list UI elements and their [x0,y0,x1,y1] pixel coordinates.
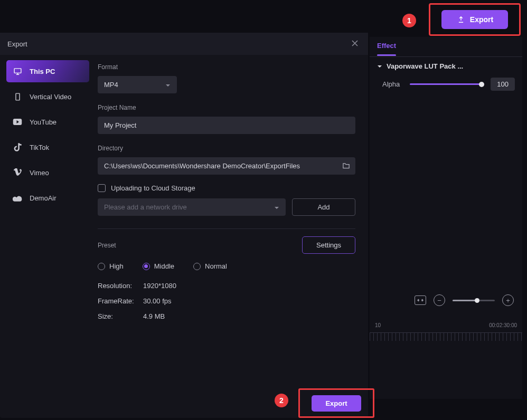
close-button[interactable] [349,38,361,50]
fit-icon[interactable] [415,295,426,305]
divider [98,228,355,229]
sidebar-item-label: Vertical Video [30,93,71,101]
vimeo-icon [13,168,22,177]
radio-icon [98,263,105,270]
youtube-icon [13,117,22,127]
zoom-slider[interactable] [453,300,495,301]
preset-label: Preset [98,242,116,249]
export-sidebar: This PC Vertical Video YouTube TikTok Vi… [0,55,92,418]
project-name-input[interactable] [98,117,355,134]
radio-label: Normal [205,262,227,270]
close-icon [352,40,358,46]
alpha-value[interactable]: 100 [491,78,515,91]
settings-button[interactable]: Settings [302,236,355,254]
top-export-highlight: Export [429,3,521,36]
effect-section-title: Vaporwave LUT Pack ... [387,62,463,70]
sidebar-item-vertical-video[interactable]: Vertical Video [6,85,89,108]
preset-high[interactable]: High [98,262,124,270]
upload-cloud-row: Uploading to Cloud Storage [98,184,355,192]
zoom-in-icon[interactable]: + [502,294,514,306]
top-export-label: Export [470,15,493,24]
bottom-export-highlight: Export [298,388,374,418]
sidebar-item-tiktok[interactable]: TikTok [6,136,89,158]
sidebar-item-label: YouTube [30,118,57,126]
sidebar-item-youtube[interactable]: YouTube [6,111,89,133]
timeline-ticks [370,332,522,341]
modal-title: Export [7,40,27,48]
tab-effect[interactable]: Effect [377,42,396,52]
radio-icon [193,263,201,270]
sidebar-item-vimeo[interactable]: Vimeo [6,161,89,184]
chevron-down-icon [274,203,279,211]
upload-cloud-label: Uploading to Cloud Storage [111,184,195,192]
preset-radio-group: High Middle Normal [98,262,355,270]
size-label: Size: [98,312,143,320]
radio-label: High [109,262,124,270]
timeline-controls: − + [370,289,522,311]
directory-input[interactable] [98,157,355,175]
zoom-out-icon[interactable]: − [434,294,445,306]
tiktok-icon [13,142,22,152]
timeline-ruler: 10 00:02:30:00 [370,320,522,330]
alpha-track [410,83,484,85]
svg-rect-1 [15,93,19,100]
radio-label: Middle [154,262,174,270]
cloud-icon [13,193,22,203]
radio-icon [143,263,150,270]
effect-panel: Effect Vaporwave LUT Pack ... Alpha 100 [370,37,522,399]
modal-body: This PC Vertical Video YouTube TikTok Vi… [0,55,368,418]
format-select[interactable]: MP4 [98,76,177,93]
chevron-down-icon [377,64,382,69]
alpha-thumb[interactable] [479,82,484,87]
bottom-export-button[interactable]: Export [312,395,361,412]
directory-label: Directory [98,145,355,152]
alpha-slider[interactable] [410,81,484,88]
drive-placeholder: Please add a network drive [104,203,187,211]
phone-icon [13,92,22,101]
spec-grid: Resolution: 1920*1080 FrameRate: 30.00 f… [98,282,355,320]
format-value: MP4 [104,81,118,89]
sidebar-item-demoair[interactable]: DemoAir [6,187,89,209]
resolution-value: 1920*1080 [143,282,355,290]
top-export-button[interactable]: Export [441,10,508,29]
project-name-label: Project Name [98,104,355,111]
preset-middle[interactable]: Middle [143,262,174,270]
sidebar-item-label: Vimeo [30,169,49,177]
framerate-label: FrameRate: [98,297,143,305]
alpha-label: Alpha [382,80,403,88]
format-label: Format [98,63,355,71]
alpha-control-row: Alpha 100 [377,78,515,91]
resolution-label: Resolution: [98,282,143,290]
export-main: Format MP4 Project Name Directory Upload… [92,55,368,418]
add-drive-button[interactable]: Add [292,198,355,216]
folder-icon[interactable] [342,161,350,171]
chevron-down-icon [165,81,171,89]
sidebar-item-label: DemoAir [30,194,57,202]
framerate-value: 30.00 fps [143,297,355,305]
effect-section-header[interactable]: Vaporwave LUT Pack ... [377,62,515,70]
ruler-right: 00:02:30:00 [489,322,517,328]
network-drive-select[interactable]: Please add a network drive [98,198,286,216]
effect-body: Vaporwave LUT Pack ... Alpha 100 [370,57,522,96]
export-modal: Export This PC Vertical Video YouTube Ti… [0,33,368,418]
effect-tab-row: Effect [370,37,522,57]
monitor-icon [13,66,22,76]
callout-badge-1: 1 [402,14,416,27]
sidebar-item-label: TikTok [30,144,49,151]
upload-cloud-checkbox[interactable] [98,184,106,192]
ruler-left: 10 [375,322,381,328]
sidebar-item-label: This PC [30,68,55,75]
sidebar-item-this-pc[interactable]: This PC [6,60,89,82]
svg-rect-0 [14,68,21,73]
size-value: 4.9 MB [143,312,355,320]
export-icon [456,15,466,24]
preset-normal[interactable]: Normal [193,262,227,270]
modal-header: Export [0,33,368,55]
callout-badge-2: 2 [275,394,288,407]
